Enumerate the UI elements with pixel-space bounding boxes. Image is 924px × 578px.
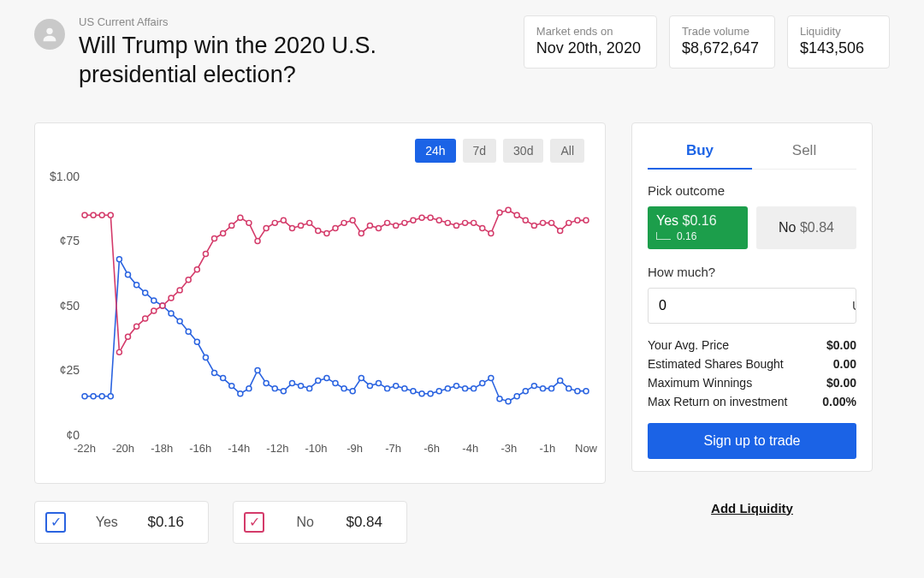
legend-yes-price: $0.16: [147, 514, 184, 531]
series-yes-point: [272, 385, 277, 390]
amount-label: How much?: [648, 265, 856, 279]
legend-no-label: No: [288, 515, 322, 530]
series-no-point: [575, 217, 580, 223]
stat-liquidity: Liquidity $143,506: [787, 15, 890, 69]
series-no-point: [264, 225, 269, 230]
x-tick: -20h: [112, 442, 134, 455]
series-yes-point: [480, 380, 485, 385]
series-yes-point: [506, 398, 511, 403]
legend-no[interactable]: ✓ No $0.84: [233, 501, 407, 544]
series-yes-point: [299, 383, 304, 388]
series-no-point: [428, 215, 433, 220]
checkbox-yes[interactable]: ✓: [45, 512, 66, 533]
tab-buy[interactable]: Buy: [648, 134, 752, 170]
series-yes-point: [99, 393, 104, 398]
series-no-point: [177, 287, 182, 292]
summary-row: Your Avg. Price$0.00: [648, 336, 856, 355]
series-no-point: [186, 277, 191, 282]
series-no-point: [453, 223, 459, 228]
trade-summary: Your Avg. Price$0.00Estimated Shares Bou…: [648, 336, 856, 411]
series-yes-point: [575, 388, 580, 393]
x-tick: -22h: [74, 442, 96, 455]
series-yes-point: [453, 383, 459, 388]
x-tick: -10h: [305, 442, 327, 455]
x-tick: -14h: [228, 442, 250, 455]
y-tick: ¢25: [60, 363, 80, 377]
market-stats: Market ends on Nov 20th, 2020 Trade volu…: [524, 15, 890, 69]
series-yes-point: [385, 385, 390, 390]
x-tick: -9h: [346, 442, 363, 455]
series-no-point: [91, 212, 96, 217]
series-yes-point: [333, 380, 338, 385]
legend-yes[interactable]: ✓ Yes $0.16: [34, 501, 209, 544]
series-no-point: [289, 225, 294, 230]
summary-value: $0.00: [826, 338, 856, 352]
series-no-point: [376, 225, 382, 230]
amount-input[interactable]: [649, 298, 840, 313]
y-tick: ¢50: [60, 299, 80, 313]
series-no-point: [436, 217, 441, 223]
stat-ends: Market ends on Nov 20th, 2020: [524, 15, 657, 69]
pick-outcome-label: Pick outcome: [648, 183, 856, 198]
outcome-no-label: No: [779, 220, 796, 235]
series-no-point: [255, 238, 260, 243]
series-yes-point: [151, 297, 157, 302]
series-yes-point: [91, 393, 96, 398]
series-no-line: [85, 210, 586, 352]
stat-ends-value: Nov 20th, 2020: [536, 39, 641, 57]
legend-yes-label: Yes: [90, 515, 123, 530]
series-yes-point: [238, 390, 243, 396]
series-no-point: [497, 210, 502, 215]
series-no-point: [281, 217, 286, 223]
series-no-point: [82, 212, 87, 217]
series-no-point: [394, 223, 399, 228]
x-tick: -18h: [151, 442, 173, 455]
signup-to-trade-button[interactable]: Sign up to trade: [648, 423, 856, 459]
range-30d[interactable]: 30d: [503, 139, 543, 163]
range-24h[interactable]: 24h: [415, 139, 455, 163]
market-category: US Current Affairs: [79, 15, 510, 28]
series-no-point: [385, 220, 390, 225]
series-no-point: [531, 223, 536, 228]
series-no-point: [324, 230, 329, 235]
tab-sell[interactable]: Sell: [752, 134, 856, 169]
series-yes-point: [394, 383, 399, 388]
checkbox-no[interactable]: ✓: [244, 512, 264, 533]
x-tick: -6h: [424, 442, 440, 455]
series-yes-point: [169, 311, 174, 316]
series-yes-point: [549, 385, 554, 390]
x-tick: -4h: [462, 442, 478, 455]
add-liquidity-link[interactable]: Add Liquidity: [711, 501, 793, 515]
summary-row: Maximum Winnings$0.00: [648, 373, 856, 392]
outcome-yes-label: Yes: [656, 213, 678, 228]
outcome-yes-sub: 0.16: [656, 230, 739, 242]
series-no-point: [558, 228, 563, 233]
outcome-yes-button[interactable]: Yes $0.16 0.16: [648, 206, 748, 249]
svg-point-0: [46, 28, 52, 34]
series-yes-point: [203, 355, 208, 360]
range-tabs: 24h7d30dAll: [415, 139, 584, 163]
series-yes-point: [229, 383, 234, 388]
series-yes-point: [341, 385, 346, 390]
series-no-point: [514, 212, 519, 217]
outcome-no-button[interactable]: No $0.84: [756, 206, 856, 249]
series-yes-point: [445, 385, 450, 390]
chart-plot: [85, 176, 586, 435]
price-chart: 24h7d30dAll $1.00¢75¢50¢25¢0 -22h-20h-18…: [34, 122, 606, 484]
range-all[interactable]: All: [550, 139, 584, 163]
series-yes-point: [82, 393, 87, 398]
series-yes-point: [246, 385, 252, 390]
summary-label: Estimated Shares Bought: [648, 357, 784, 371]
series-yes-point: [350, 388, 355, 393]
amount-field[interactable]: USDC: [648, 288, 856, 324]
series-no-point: [350, 217, 355, 223]
summary-value: 0.00: [833, 357, 856, 371]
series-no-point: [419, 215, 424, 220]
stat-volume-label: Trade volume: [682, 25, 759, 38]
range-7d[interactable]: 7d: [463, 139, 497, 163]
series-yes-point: [471, 385, 477, 390]
series-yes-point: [367, 383, 372, 388]
series-no-point: [506, 207, 511, 212]
outcome-no-price: $0.84: [800, 220, 834, 235]
series-yes-point: [281, 388, 286, 393]
